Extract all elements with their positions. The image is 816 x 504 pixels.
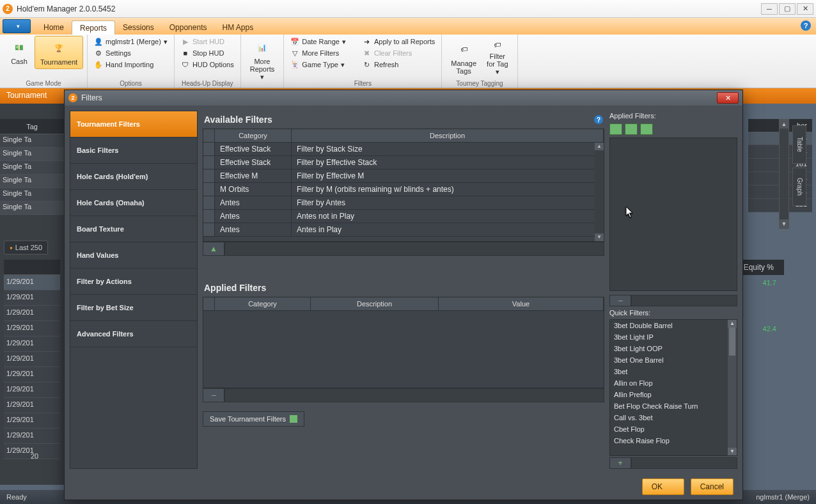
stop-hud-button[interactable]: ■Stop HUD xyxy=(178,47,237,59)
filter-category-hand-values[interactable]: Hand Values xyxy=(70,242,197,269)
more-filters-button[interactable]: ▽More Filters xyxy=(288,47,349,59)
filter-category-hole-cards-omaha-[interactable]: Hole Cards (Omaha) xyxy=(70,190,197,216)
available-filter-row[interactable]: AntesAntes not in Play xyxy=(203,210,604,223)
avail-hscroll[interactable] xyxy=(224,242,604,256)
table-side-tab[interactable]: Table xyxy=(792,125,806,164)
bg-date-row[interactable]: 1/29/201 xyxy=(4,275,60,290)
manage-tags-button[interactable]: 🏷 Manage Tags xyxy=(446,36,482,79)
bg-vscroll[interactable]: ▲▼ xyxy=(779,119,789,229)
quick-filter-item[interactable]: Allin Preflop xyxy=(610,389,737,400)
bg-left-row[interactable]: Single Ta xyxy=(0,148,64,161)
apply-all-reports-button[interactable]: ➜Apply to all Reports xyxy=(360,36,437,47)
load-filter-set-icon[interactable] xyxy=(625,123,638,135)
date-range-button[interactable]: 📅Date Range ▾ xyxy=(288,36,349,47)
remove-filter-button[interactable]: − xyxy=(203,388,224,402)
bg-left-row[interactable]: Single Ta xyxy=(0,188,64,201)
filter-category-hole-cards-hold-em-[interactable]: Hole Cards (Hold'em) xyxy=(70,164,197,190)
ok-button[interactable]: OK xyxy=(642,478,684,495)
maximize-button[interactable]: ▢ xyxy=(779,3,796,15)
dialog-titlebar[interactable]: 2 Filters ✕ xyxy=(65,90,742,106)
avail-col-category[interactable]: Category xyxy=(215,129,292,142)
bg-date-row[interactable]: 1/29/201 xyxy=(4,336,60,352)
menu-tab-sessions[interactable]: Sessions xyxy=(115,20,162,35)
applied-remove-button[interactable]: − xyxy=(609,295,631,306)
help-icon[interactable]: ? xyxy=(801,20,811,31)
quick-filter-item[interactable]: Bet Flop Check Raise Turn xyxy=(610,400,737,412)
filter-category-tournament-filters[interactable]: Tournament Filters xyxy=(70,111,197,138)
dialog-close-button[interactable]: ✕ xyxy=(717,92,739,104)
menu-tab-hm-apps[interactable]: HM Apps xyxy=(214,20,261,35)
filter-category-advanced-filters[interactable]: Advanced Filters xyxy=(70,321,197,347)
avail-scrollbar[interactable]: ▲▼ xyxy=(595,143,604,241)
bg-left-row[interactable]: Single Ta xyxy=(0,134,64,148)
quick-filter-add-button[interactable]: + xyxy=(609,457,631,469)
bg-date-row[interactable]: 1/29/201 xyxy=(4,321,60,336)
minimize-button[interactable]: ─ xyxy=(761,3,778,15)
quick-access-button[interactable] xyxy=(3,19,31,33)
bg-date-row[interactable]: 1/29/201 xyxy=(4,413,60,429)
quick-filter-item[interactable]: Cbet Flop xyxy=(610,423,737,435)
bg-date-row[interactable]: 1/29/201 xyxy=(4,382,60,398)
game-type-button[interactable]: 🃏Game Type ▾ xyxy=(288,59,349,70)
add-filter-button[interactable]: ▲ xyxy=(203,242,224,256)
bg-date-row[interactable]: 1/29/201 xyxy=(4,398,60,413)
close-window-button[interactable]: ✕ xyxy=(797,3,813,15)
quick-filter-item[interactable]: 3bet Light OOP xyxy=(610,343,737,354)
quick-filter-item[interactable]: 3bet xyxy=(610,366,737,377)
save-tournament-filters-button[interactable]: Save Tournament Filters xyxy=(203,411,304,427)
start-hud-button[interactable]: ▶Start HUD xyxy=(178,36,237,47)
quick-filter-item[interactable]: 3bet One Barrel xyxy=(610,354,737,366)
quick-filter-item[interactable]: 3bet Double Barrel xyxy=(610,320,737,331)
bg-left-row[interactable]: Single Ta xyxy=(0,175,64,188)
bg-left-row[interactable]: Single Ta xyxy=(0,161,64,175)
more-reports-button[interactable]: 📊 More Reports ▾ xyxy=(245,36,280,84)
cash-mode-button[interactable]: 💵 Cash xyxy=(4,36,35,68)
bg-date-row[interactable]: 1/29/201 xyxy=(4,367,60,382)
bg-left-row[interactable]: Single Ta xyxy=(0,201,64,215)
available-help-icon[interactable]: ? xyxy=(594,115,603,124)
last-250-button[interactable]: Last 250 xyxy=(4,240,48,255)
hand-importing-button[interactable]: ✋Hand Importing xyxy=(91,59,170,70)
menu-tab-opponents[interactable]: Opponents xyxy=(162,20,215,35)
quick-filter-item[interactable]: Allin on Flop xyxy=(610,377,737,389)
quick-filter-item[interactable]: Check Raise Flop xyxy=(610,435,737,446)
refresh-button[interactable]: ↻Refresh xyxy=(360,59,437,70)
cancel-button[interactable]: Cancel xyxy=(691,478,734,495)
player-dropdown[interactable]: 👤mglmstr1 (Merge) ▾ xyxy=(91,36,170,47)
bg-date-row[interactable]: 1/29/201 xyxy=(4,352,60,367)
quick-filters-scrollbar[interactable]: ▲▼ xyxy=(728,320,737,455)
menu-tab-home[interactable]: Home xyxy=(36,20,72,35)
available-filter-row[interactable]: M OrbitsFilter by M (orbits remaining w/… xyxy=(203,183,604,196)
applied-col-value[interactable]: Value xyxy=(439,297,604,310)
available-filter-row[interactable]: AntesAntes in Play xyxy=(203,223,604,237)
export-filter-set-icon[interactable] xyxy=(640,123,653,135)
bg-date-row[interactable]: 1/29/201 xyxy=(4,429,60,444)
available-filter-row[interactable]: AntesFilter by Antes xyxy=(203,196,604,210)
row-count: 20 xyxy=(31,452,38,460)
available-filter-row[interactable]: Effective StackFilter by Stack Size xyxy=(203,143,604,156)
filter-category-basic-filters[interactable]: Basic Filters xyxy=(70,138,197,164)
bg-date-row[interactable]: 1/29/201 xyxy=(4,306,60,321)
menu-tab-reports[interactable]: Reports xyxy=(72,20,115,35)
avail-col-description[interactable]: Description xyxy=(292,129,604,142)
bg-date-row[interactable]: 1/29/201 xyxy=(4,290,60,306)
available-filter-row[interactable]: Effective StackFilter by Effective Stack xyxy=(203,156,604,169)
filter-category-filter-by-actions[interactable]: Filter by Actions xyxy=(70,269,197,295)
quick-filter-item[interactable]: 3bet Light IP xyxy=(610,331,737,343)
available-filter-row[interactable]: Effective MFilter by Effective M xyxy=(203,169,604,183)
filter-category-filter-by-bet-size[interactable]: Filter by Bet Size xyxy=(70,295,197,321)
quick-filter-item[interactable]: Call vs. 3bet xyxy=(610,412,737,423)
save-filter-set-icon[interactable] xyxy=(609,123,622,135)
tournament-mode-button[interactable]: 🏆 Tournament xyxy=(35,36,83,69)
filter-category-board-texture[interactable]: Board Texture xyxy=(70,216,197,242)
hud-options-button[interactable]: 🛡HUD Options xyxy=(178,59,237,70)
applied-col-category[interactable]: Category xyxy=(215,297,311,310)
settings-button[interactable]: ⚙Settings xyxy=(91,47,170,59)
quick-filter-hscroll[interactable] xyxy=(631,457,737,469)
clear-filters-button[interactable]: ✖Clear Filters xyxy=(360,47,437,59)
applied-hscroll[interactable] xyxy=(224,388,604,402)
applied-box-hscroll[interactable] xyxy=(631,295,737,306)
graph-side-tab[interactable]: Graph xyxy=(792,168,806,206)
applied-col-description[interactable]: Description xyxy=(311,297,439,310)
filter-for-tag-button[interactable]: 🏷 Filter for Tag ▾ xyxy=(482,36,513,79)
